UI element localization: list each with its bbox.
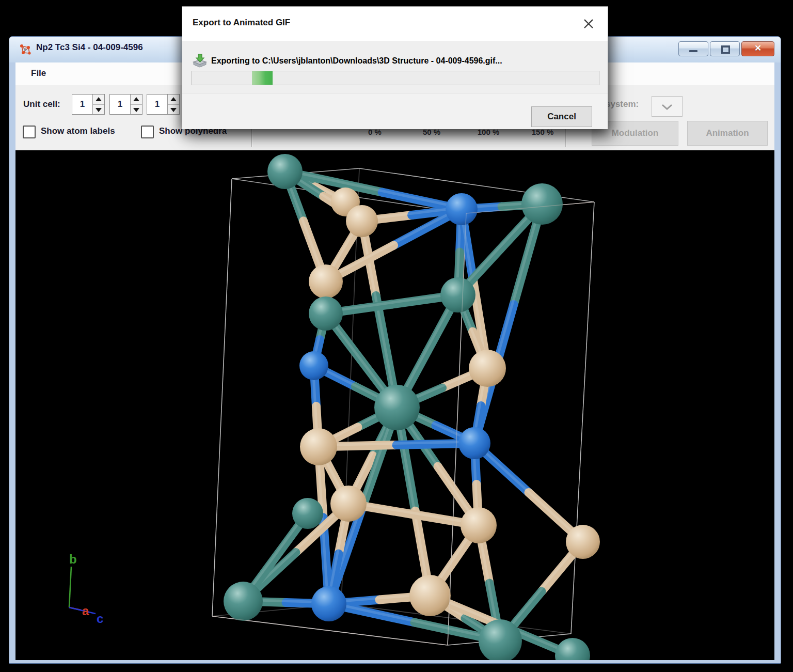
minimize-icon	[689, 50, 697, 52]
system-label: system:	[606, 99, 639, 110]
axis-b	[69, 567, 71, 607]
show-polyhedra-checkbox[interactable]	[141, 126, 154, 138]
spin-down-icon[interactable]	[131, 105, 142, 115]
show-atom-labels-label[interactable]: Show atom labels	[41, 126, 115, 136]
dialog-body: Exporting to C:\Users\jblanton\Downloads…	[182, 41, 608, 93]
maximize-button[interactable]	[710, 41, 740, 56]
dialog-title: Export to Animated GIF	[193, 18, 290, 28]
window-title: Np2 Tc3 Si4 - 04-009-4596	[36, 42, 143, 53]
spin-up-icon[interactable]	[93, 95, 104, 105]
spin-up-icon[interactable]	[168, 95, 179, 105]
close-button[interactable]: ✕	[741, 41, 774, 56]
structure-canvas[interactable]: b a c	[15, 150, 774, 660]
cancel-button[interactable]: Cancel	[531, 106, 592, 127]
unit-cell-label: Unit cell:	[23, 99, 60, 110]
structure-viewport: b a c	[15, 150, 774, 660]
export-status-text: Exporting to C:\Users\jblanton\Downloads…	[211, 56, 502, 66]
spin-down-icon[interactable]	[93, 105, 104, 115]
dialog-close-icon[interactable]	[582, 17, 595, 30]
app-icon	[19, 43, 32, 56]
animation-button[interactable]: Animation	[687, 121, 768, 146]
progress-indicator	[252, 71, 273, 85]
screen: Np2 Tc3 Si4 - 04-009-4596 ✕ File Unit ce…	[0, 0, 793, 672]
window-controls: ✕	[678, 41, 774, 56]
unit-cell-value-b: 1	[110, 95, 130, 114]
close-icon: ✕	[742, 43, 774, 54]
unit-cell-value-c: 1	[147, 95, 167, 114]
maximize-icon	[721, 45, 730, 54]
minimize-button[interactable]	[678, 41, 708, 56]
app-window: Np2 Tc3 Si4 - 04-009-4596 ✕ File Unit ce…	[9, 36, 781, 664]
chevron-down-icon	[661, 103, 673, 111]
axis-c-label: c	[97, 612, 103, 626]
spin-up-icon[interactable]	[131, 95, 142, 105]
dialog-titlebar: Export to Animated GIF	[182, 7, 608, 41]
axes-indicator: b a c	[69, 552, 103, 626]
show-atom-labels-checkbox[interactable]	[23, 126, 36, 138]
menu-file[interactable]: File	[28, 67, 49, 80]
unit-cell-spinner-c[interactable]: 1	[147, 94, 180, 115]
dialog-footer: Cancel	[182, 93, 608, 129]
system-dropdown[interactable]	[652, 96, 683, 117]
axis-b-label: b	[69, 552, 77, 566]
export-gif-icon	[192, 53, 208, 68]
axis-a-label: a	[82, 604, 89, 618]
unit-cell-spinner-a[interactable]: 1	[72, 94, 105, 115]
export-gif-dialog: Export to Animated GIF Exporting to C:\U…	[182, 6, 608, 129]
unit-cell-spinner-b[interactable]: 1	[109, 94, 142, 115]
export-progress-bar	[192, 71, 599, 85]
unit-cell-value-a: 1	[72, 95, 92, 114]
spin-down-icon[interactable]	[168, 105, 179, 115]
